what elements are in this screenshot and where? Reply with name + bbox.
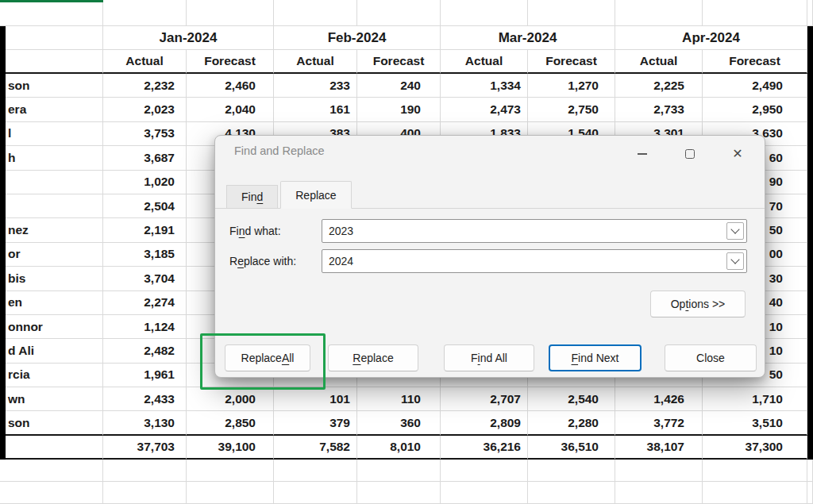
- empty-cell[interactable]: [528, 482, 615, 504]
- total-label-cell[interactable]: [0, 436, 103, 460]
- data-cell[interactable]: 2,750: [528, 98, 615, 121]
- data-cell[interactable]: 360: [357, 411, 441, 435]
- empty-cell[interactable]: [357, 0, 441, 26]
- data-cell[interactable]: 2,280: [528, 411, 615, 435]
- data-cell[interactable]: 2,433: [103, 387, 187, 411]
- header-cell[interactable]: [0, 50, 103, 74]
- empty-cell[interactable]: [357, 460, 441, 482]
- data-cell[interactable]: 1,270: [528, 74, 615, 98]
- empty-cell[interactable]: [441, 482, 528, 504]
- replace-button[interactable]: Replace: [328, 344, 418, 371]
- total-cell[interactable]: 36,510: [528, 436, 615, 460]
- data-cell[interactable]: 2,504: [103, 194, 187, 218]
- row-label-cell[interactable]: rcia: [0, 364, 103, 387]
- empty-cell[interactable]: [103, 482, 187, 504]
- subheader-cell[interactable]: Actual: [274, 50, 357, 74]
- data-cell[interactable]: 233: [274, 74, 357, 98]
- total-cell[interactable]: 38,107: [615, 436, 703, 460]
- row-label-cell[interactable]: [0, 171, 103, 194]
- subheader-cell[interactable]: Forecast: [187, 50, 274, 74]
- row-label-cell[interactable]: wn: [0, 387, 103, 411]
- total-cell[interactable]: 36,216: [441, 436, 528, 460]
- tab-find[interactable]: Find: [226, 185, 278, 209]
- subheader-cell[interactable]: Forecast: [703, 50, 807, 74]
- data-cell[interactable]: 2,733: [615, 98, 703, 121]
- row-label-cell[interactable]: [0, 194, 103, 218]
- empty-cell[interactable]: [187, 482, 274, 504]
- empty-cell[interactable]: [0, 460, 103, 482]
- empty-cell[interactable]: [441, 460, 528, 482]
- month-header-cell[interactable]: Jan-2024: [103, 26, 274, 50]
- empty-cell[interactable]: [807, 0, 813, 26]
- month-header-cell[interactable]: Apr-2024: [615, 26, 807, 50]
- data-cell[interactable]: 2,473: [441, 98, 528, 121]
- data-cell[interactable]: 2,274: [103, 291, 187, 315]
- data-cell[interactable]: 2,809: [441, 411, 528, 435]
- close-window-button[interactable]: ✕: [719, 142, 757, 166]
- row-label-cell[interactable]: bis: [0, 267, 103, 290]
- data-cell[interactable]: 2,023: [103, 98, 187, 121]
- empty-cell[interactable]: [357, 482, 441, 504]
- empty-cell[interactable]: [807, 482, 813, 504]
- data-cell[interactable]: 2,707: [441, 387, 528, 411]
- dialog-title[interactable]: Find and Replace: [234, 144, 325, 157]
- subheader-cell[interactable]: Actual: [615, 50, 703, 74]
- empty-cell[interactable]: [807, 460, 813, 482]
- empty-cell[interactable]: [274, 482, 357, 504]
- data-cell[interactable]: 2,225: [615, 74, 703, 98]
- replace-with-dropdown-button[interactable]: [726, 252, 744, 270]
- row-label-cell[interactable]: son: [0, 411, 103, 435]
- row-label-cell[interactable]: era: [0, 98, 103, 121]
- data-cell[interactable]: 2,232: [103, 74, 187, 98]
- close-button[interactable]: Close: [665, 344, 757, 371]
- data-cell[interactable]: 110: [357, 387, 441, 411]
- row-label-cell[interactable]: nez: [0, 218, 103, 242]
- total-cell[interactable]: 8,010: [357, 436, 441, 460]
- empty-cell[interactable]: [441, 0, 528, 26]
- data-cell[interactable]: 2,540: [528, 387, 615, 411]
- data-cell[interactable]: 190: [357, 98, 441, 121]
- data-cell[interactable]: 3,687: [103, 146, 187, 170]
- data-cell[interactable]: 2,191: [103, 218, 187, 242]
- data-cell[interactable]: 2,850: [187, 411, 274, 435]
- empty-cell[interactable]: [0, 482, 103, 504]
- options-button[interactable]: Options >>: [650, 290, 746, 317]
- data-cell[interactable]: 3,185: [103, 243, 187, 267]
- empty-cell[interactable]: [274, 460, 357, 482]
- data-cell[interactable]: 240: [357, 74, 441, 98]
- subheader-cell[interactable]: Forecast: [357, 50, 441, 74]
- data-cell[interactable]: 3,704: [103, 267, 187, 290]
- empty-cell[interactable]: [528, 460, 615, 482]
- replace-with-input[interactable]: 2024: [322, 249, 747, 273]
- data-cell[interactable]: 1,334: [441, 74, 528, 98]
- row-label-cell[interactable]: d Ali: [0, 339, 103, 363]
- empty-cell[interactable]: [615, 482, 703, 504]
- empty-cell[interactable]: [703, 0, 807, 26]
- data-cell[interactable]: 1,020: [103, 171, 187, 194]
- empty-cell[interactable]: [528, 0, 615, 26]
- empty-cell[interactable]: [0, 0, 103, 26]
- find-all-button[interactable]: Find All: [444, 344, 534, 371]
- empty-cell[interactable]: [703, 482, 807, 504]
- data-cell[interactable]: 161: [274, 98, 357, 121]
- row-label-cell[interactable]: onnor: [0, 315, 103, 339]
- total-cell[interactable]: 37,300: [703, 436, 807, 460]
- month-header-cell[interactable]: Mar-2024: [441, 26, 615, 50]
- data-cell[interactable]: 3,753: [103, 122, 187, 146]
- empty-cell[interactable]: [187, 460, 274, 482]
- data-cell[interactable]: 1,710: [703, 387, 807, 411]
- data-cell[interactable]: 2,490: [703, 74, 807, 98]
- subheader-cell[interactable]: Forecast: [528, 50, 615, 74]
- data-cell[interactable]: 2,482: [103, 339, 187, 363]
- subheader-cell[interactable]: Actual: [103, 50, 187, 74]
- row-label-cell[interactable]: l: [0, 122, 103, 146]
- corner-cell[interactable]: [0, 26, 103, 50]
- data-cell[interactable]: 2,040: [187, 98, 274, 121]
- data-cell[interactable]: 1,961: [103, 364, 187, 387]
- row-label-cell[interactable]: son: [0, 74, 103, 98]
- minimize-button[interactable]: [623, 142, 661, 166]
- data-cell[interactable]: 2,000: [187, 387, 274, 411]
- total-cell[interactable]: 37,703: [103, 436, 187, 460]
- row-label-cell[interactable]: or: [0, 243, 103, 267]
- data-cell[interactable]: 101: [274, 387, 357, 411]
